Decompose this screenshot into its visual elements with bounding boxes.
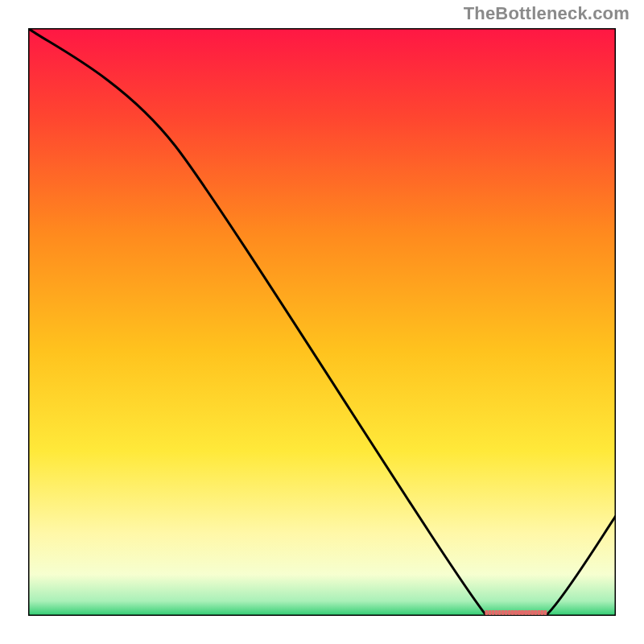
optimal-marker	[485, 610, 547, 615]
svg-rect-17	[540, 610, 543, 615]
svg-rect-10	[518, 610, 521, 615]
svg-rect-18	[543, 610, 547, 615]
gradient-background	[28, 28, 616, 616]
plot-area	[28, 28, 616, 616]
svg-rect-8	[511, 610, 514, 615]
svg-rect-0	[485, 610, 488, 615]
svg-rect-4	[498, 610, 502, 615]
svg-rect-13	[527, 610, 530, 615]
svg-rect-14	[530, 610, 534, 615]
svg-rect-6	[505, 610, 508, 615]
watermark-text: TheBottleneck.com	[464, 3, 630, 24]
svg-rect-15	[534, 610, 537, 615]
svg-rect-12	[524, 610, 527, 615]
svg-rect-9	[514, 610, 518, 615]
svg-rect-2	[492, 610, 495, 615]
chart-svg	[28, 28, 616, 616]
svg-rect-3	[495, 610, 498, 615]
svg-rect-1	[489, 610, 492, 615]
chart-container: TheBottleneck.com	[0, 0, 644, 644]
svg-rect-11	[521, 610, 524, 615]
svg-rect-16	[537, 610, 540, 615]
svg-rect-7	[508, 610, 511, 615]
svg-rect-5	[502, 610, 505, 615]
